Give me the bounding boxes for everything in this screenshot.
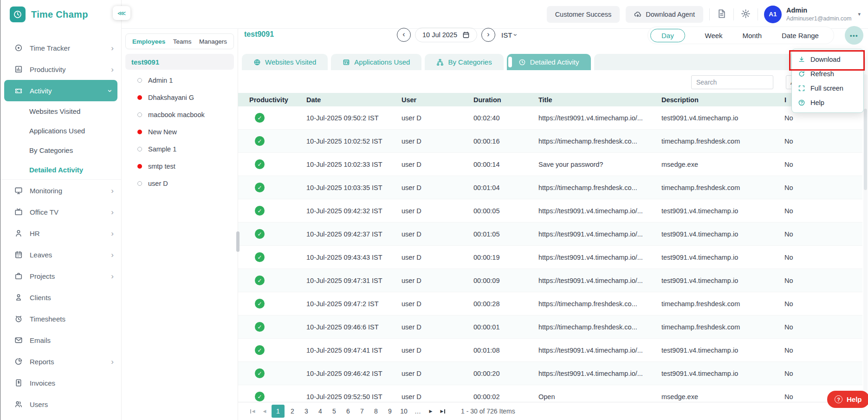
prev-page-button[interactable]: ◀ <box>259 409 271 413</box>
table-row[interactable]: ✓10-Jul-2025 10:02:33 ISTuser D00:00:14S… <box>238 153 862 176</box>
sidebar-item-hr[interactable]: HR› <box>0 223 121 244</box>
user-profile-menu[interactable]: A1 Admin Adminuser1@admin.com ▾ <box>764 6 861 23</box>
cell-user: user D <box>402 184 473 191</box>
sidebar-item-time-tracker[interactable]: Time Tracker› <box>0 37 121 59</box>
page-3[interactable]: 3 <box>300 405 312 418</box>
table-row[interactable]: ✓10-Jul-2025 09:43:43 ISTuser D00:00:19h… <box>238 246 862 269</box>
sidebar-item-leaves[interactable]: Leaves› <box>0 244 121 265</box>
last-page-button[interactable]: ▶ <box>437 409 449 413</box>
menu-item-refresh[interactable]: Refresh <box>792 66 863 81</box>
cell-duration: 00:00:14 <box>473 161 538 168</box>
table-row[interactable]: ✓10-Jul-2025 09:46:42 ISTuser D00:00:20h… <box>238 362 862 385</box>
tab-detailed-activity[interactable]: Detailed Activity <box>507 54 591 70</box>
sidebar-item-clients[interactable]: Clients <box>0 287 121 308</box>
page-2[interactable]: 2 <box>286 405 298 418</box>
tab-by-categories[interactable]: By Categories <box>425 54 503 70</box>
sidebar-subitem-by-categories[interactable]: By Categories <box>0 140 121 160</box>
page-4[interactable]: 4 <box>314 405 326 418</box>
cell-user: user D <box>402 277 473 284</box>
sidebar-item-monitoring[interactable]: Monitoring› <box>0 180 121 201</box>
sidebar-item-emails[interactable]: Emails <box>0 329 121 351</box>
range-option-month[interactable]: Month <box>742 32 762 39</box>
sidebar-item-invoices[interactable]: Invoices <box>0 372 121 394</box>
sidebar-item-users[interactable]: Users <box>0 394 121 415</box>
range-option-day[interactable]: Day <box>650 29 685 42</box>
tab-applications-used[interactable]: Applications Used <box>331 54 421 70</box>
range-option-date-range[interactable]: Date Range <box>782 32 819 39</box>
table-row[interactable]: ✓10-Jul-2025 09:42:37 ISTuser D00:01:05h… <box>238 223 862 246</box>
sidebar-item-office-tv[interactable]: Office TV› <box>0 201 121 223</box>
productivity-cell: ✓ <box>249 322 306 332</box>
cell-incognito: No <box>784 254 862 261</box>
prev-day-button[interactable]: ‹ <box>397 28 411 42</box>
employee-item-macbook-macbook[interactable]: macbook macbook <box>122 106 238 123</box>
page-9[interactable]: 9 <box>384 405 396 418</box>
tab-employees[interactable]: Employees <box>132 38 165 45</box>
table-row[interactable]: ✓10-Jul-2025 09:42:32 ISTuser D00:00:05h… <box>238 199 862 223</box>
sidebar-item-reports[interactable]: Reports› <box>0 351 121 372</box>
productive-check-icon: ✓ <box>255 252 265 262</box>
menu-item-help[interactable]: Help <box>792 95 863 110</box>
next-day-button[interactable]: › <box>481 28 495 42</box>
cell-date: 10-Jul-2025 09:50:2 IST <box>306 114 402 122</box>
table-row[interactable]: ✓10-Jul-2025 09:46:6 ISTuser D00:00:01ht… <box>238 315 862 339</box>
cell-date: 10-Jul-2025 10:02:52 IST <box>306 138 402 145</box>
table-row[interactable]: ✓10-Jul-2025 09:47:41 ISTuser D00:01:08h… <box>238 339 862 362</box>
tab-managers[interactable]: Managers <box>199 38 227 45</box>
brand-logo: Time Champ <box>0 0 121 29</box>
sidebar-item-activity[interactable]: Activity› <box>4 80 117 101</box>
employee-item-admin-1[interactable]: Admin 1 <box>122 72 238 89</box>
employee-item-sample-1[interactable]: Sample 1 <box>122 140 238 158</box>
page-1[interactable]: 1 <box>272 405 285 418</box>
settings-button[interactable] <box>740 8 751 21</box>
table-row[interactable]: ✓10-Jul-2025 10:02:52 ISTuser D00:00:16h… <box>238 130 862 153</box>
sidebar: Time Champ Time Tracker›Productivity›Act… <box>0 0 122 420</box>
page-ellipsis[interactable]: … <box>412 405 424 418</box>
sidebar-subitem-websites-visited[interactable]: Websites Visited <box>0 101 121 121</box>
table-row[interactable]: ✓10-Jul-2025 10:03:35 ISTuser D00:01:04h… <box>238 176 862 199</box>
download-icon <box>798 56 805 63</box>
employee-item-dhakshayani-g[interactable]: Dhakshayani G <box>122 89 238 106</box>
sidebar-item-label: Time Tracker <box>30 44 111 52</box>
timezone-select[interactable]: IST › <box>501 31 517 39</box>
tab-websites-visited[interactable]: Websites Visited <box>242 54 328 70</box>
sidebar-subitem-applications-used[interactable]: Applications Used <box>0 121 121 140</box>
cell-title: https://test9091.v4.timechamp.io/... <box>538 207 661 215</box>
sidebar-subitem-detailed-activity[interactable]: Detailed Activity <box>0 160 121 179</box>
page-5[interactable]: 5 <box>328 405 340 418</box>
panel-scrollbar-thumb[interactable] <box>236 231 240 252</box>
scrollbar-thumb[interactable] <box>864 109 867 190</box>
range-option-week[interactable]: Week <box>705 32 723 39</box>
page-8[interactable]: 8 <box>370 405 382 418</box>
table-row[interactable]: ✓10-Jul-2025 09:47:2 ISTuser D00:00:28ht… <box>238 292 862 315</box>
tab-teams[interactable]: Teams <box>173 38 192 45</box>
employee-name: macbook macbook <box>148 111 205 118</box>
next-page-button[interactable]: ▶ <box>425 409 437 413</box>
employee-item-user-d[interactable]: user D <box>122 175 238 192</box>
employee-group-header[interactable]: test9091 <box>125 54 234 70</box>
cell-description: test9091.v4.timechamp.io <box>661 114 784 122</box>
sidebar-collapse-button[interactable]: ⋘ <box>113 6 130 20</box>
page-6[interactable]: 6 <box>342 405 354 418</box>
employee-item-smtp-test[interactable]: smtp test <box>122 158 238 175</box>
menu-item-full-screen[interactable]: Full screen <box>792 81 863 95</box>
download-agent-button[interactable]: Download Agent <box>626 6 703 23</box>
first-page-button[interactable]: ◀ <box>246 409 259 413</box>
cell-incognito: No <box>784 370 862 377</box>
page-10[interactable]: 10 <box>398 405 410 418</box>
vertical-scrollbar[interactable] <box>863 74 868 400</box>
table-row[interactable]: ✓10-Jul-2025 09:50:2 ISTuser D00:02:40ht… <box>238 106 862 130</box>
table-row[interactable]: ✓10-Jul-2025 09:47:31 ISTuser D00:00:09h… <box>238 269 862 292</box>
customer-success-button[interactable]: Customer Success <box>547 6 620 23</box>
employee-item-new-new[interactable]: New New <box>122 123 238 140</box>
search-input[interactable] <box>691 75 773 89</box>
sidebar-item-timesheets[interactable]: Timesheets <box>0 308 121 329</box>
menu-item-download[interactable]: Download <box>792 52 863 66</box>
notes-button[interactable] <box>716 8 727 21</box>
date-picker[interactable]: 10 Jul 2025 <box>415 27 477 42</box>
sidebar-item-productivity[interactable]: Productivity› <box>0 59 121 80</box>
page-7[interactable]: 7 <box>356 405 368 418</box>
more-options-button[interactable]: ••• <box>845 26 863 45</box>
help-floating-button[interactable]: ? Help <box>827 391 868 408</box>
sidebar-item-projects[interactable]: Projects› <box>0 265 121 287</box>
